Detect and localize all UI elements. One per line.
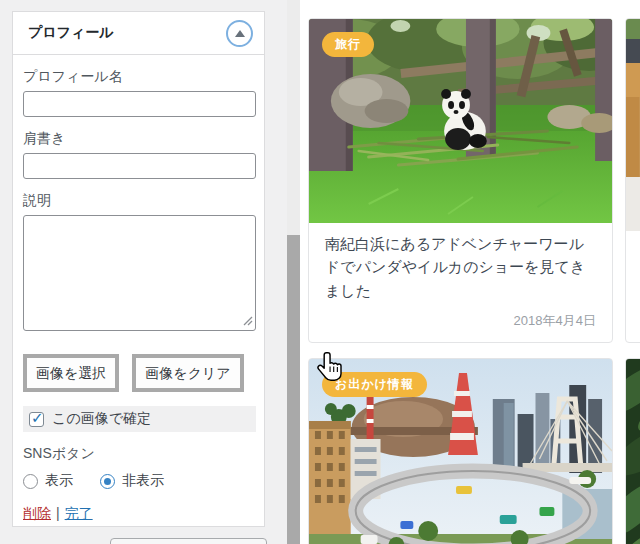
green-leaves-image[interactable] (626, 359, 640, 544)
sidebar-scrollbar-thumb[interactable] (287, 235, 300, 544)
panda-zoo-image[interactable]: 旅行 (309, 19, 612, 223)
profile-name-input[interactable] (23, 91, 256, 117)
card-text-area: 南紀白浜にあるアドベンチャーワールドでパンダやイルカのショーを見てきました 20… (309, 223, 612, 342)
post-card-partial-top[interactable] (625, 18, 640, 343)
category-badge-travel[interactable]: 旅行 (322, 32, 374, 57)
post-date: 2018年4月4日 (514, 312, 596, 330)
confirm-image-label: この画像で確定 (52, 410, 151, 428)
confirm-image-checkbox[interactable] (29, 412, 44, 427)
collapse-toggle-button[interactable] (226, 20, 253, 47)
confirm-image-row: この画像で確定 (23, 406, 256, 432)
next-widget-peek[interactable] (110, 538, 267, 544)
widget-title: プロフィール (28, 24, 226, 42)
profile-widget-panel: プロフィール プロフィール名 肩書き 説明 (12, 11, 265, 527)
post-card-partial-bottom[interactable] (625, 358, 640, 544)
delete-link[interactable]: 削除 (23, 505, 51, 521)
radio-hide[interactable] (100, 474, 115, 489)
card-text-area (626, 231, 640, 343)
post-title[interactable]: 南紀白浜にあるアドベンチャーワールドでパンダやイルカのショーを見てきました (325, 232, 596, 302)
customizer-sidebar: プロフィール プロフィール名 肩書き 説明 (0, 0, 300, 544)
profile-name-label: プロフィール名 (23, 68, 256, 86)
sns-radio-group: 表示 非表示 (23, 472, 256, 490)
widget-header[interactable]: プロフィール (13, 12, 264, 55)
miniature-city-image[interactable]: お出かけ情報 (309, 359, 612, 544)
sidebar-scrollbar-track[interactable] (287, 0, 300, 544)
job-title-input[interactable] (23, 153, 256, 179)
widget-form: プロフィール名 肩書き 説明 画像を選択 画像をクリア (13, 68, 264, 523)
job-title-label: 肩書き (23, 130, 256, 148)
post-card-miniature-city[interactable]: お出かけ情報 (308, 358, 613, 544)
building-image[interactable] (626, 19, 640, 231)
sns-buttons-label: SNSボタン (23, 445, 256, 463)
description-label: 説明 (23, 192, 256, 210)
triangle-up-icon (235, 30, 245, 37)
radio-show-label: 表示 (45, 472, 73, 490)
link-separator: | (56, 505, 60, 521)
clear-image-button[interactable]: 画像をクリア (132, 354, 243, 392)
category-badge-outing[interactable]: お出かけ情報 (322, 372, 427, 397)
select-image-button[interactable]: 画像を選択 (23, 354, 119, 392)
description-textarea[interactable] (23, 215, 256, 331)
radio-hide-label: 非表示 (122, 472, 164, 490)
post-card-panda[interactable]: 旅行 南紀白浜にあるアドベンチャーワールドでパンダやイルカのショーを見てきました… (308, 18, 613, 343)
site-preview: 旅行 南紀白浜にあるアドベンチャーワールドでパンダやイルカのショーを見てきました… (300, 0, 640, 544)
radio-option-hide[interactable]: 非表示 (100, 472, 164, 490)
done-link[interactable]: 完了 (65, 505, 93, 521)
radio-option-show[interactable]: 表示 (23, 472, 73, 490)
radio-show[interactable] (23, 474, 38, 489)
customizer-screen: プロフィール プロフィール名 肩書き 説明 (0, 0, 640, 544)
